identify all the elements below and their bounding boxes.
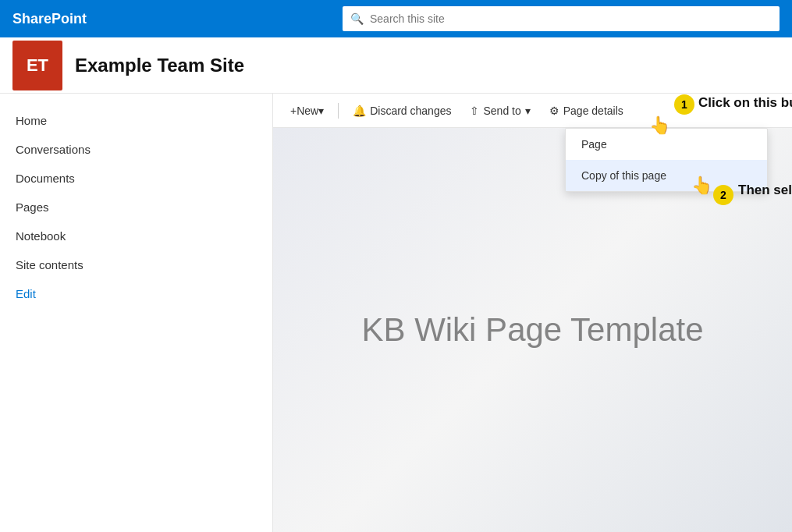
send-to-label: Send to xyxy=(483,105,520,117)
sidebar-item-home[interactable]: Home xyxy=(0,106,272,135)
toolbar-separator-1 xyxy=(338,103,339,119)
content-area: + New ▾ 🔔 Discard changes ⇧ Send to ▾ ⚙ … xyxy=(273,94,792,532)
annotation-text-2: Then select this option xyxy=(738,183,792,198)
site-logo: ET xyxy=(12,41,62,90)
search-icon: 🔍 xyxy=(350,12,364,25)
plus-icon: + xyxy=(290,105,297,117)
main-layout: Home Conversations Documents Pages Noteb… xyxy=(0,94,792,532)
site-title: Example Team Site xyxy=(75,55,244,76)
annotation-text-1: Click on this button first xyxy=(698,95,792,111)
new-dropdown: Page Copy of this page xyxy=(565,128,768,192)
send-to-chevron-icon: ▾ xyxy=(525,105,531,117)
discard-icon: 🔔 xyxy=(353,105,366,117)
discard-changes-label: Discard changes xyxy=(370,105,451,117)
new-chevron-icon: ▾ xyxy=(318,105,324,117)
sidebar-item-notebook[interactable]: Notebook xyxy=(0,222,272,250)
sharepoint-brand: SharePoint xyxy=(12,11,87,27)
discard-changes-button[interactable]: 🔔 Discard changes xyxy=(345,101,459,121)
share-icon: ⇧ xyxy=(470,105,479,117)
gear-icon: ⚙ xyxy=(549,105,559,117)
topbar: SharePoint 🔍 xyxy=(0,0,792,37)
new-label: New xyxy=(297,105,318,117)
sidebar-item-site-contents[interactable]: Site contents xyxy=(0,250,272,279)
page-title: KB Wiki Page Template xyxy=(361,311,703,349)
send-to-button[interactable]: ⇧ Send to ▾ xyxy=(462,101,538,121)
sidebar-item-documents[interactable]: Documents xyxy=(0,164,272,193)
sidebar-item-edit[interactable]: Edit xyxy=(0,279,272,308)
annotation-badge-2: 2 xyxy=(713,185,733,205)
annotation-badge-1: 1 xyxy=(674,94,694,115)
sidebar-item-conversations[interactable]: Conversations xyxy=(0,135,272,164)
sidebar-item-pages[interactable]: Pages xyxy=(0,193,272,222)
site-header: ET Example Team Site xyxy=(0,37,792,94)
sidebar: Home Conversations Documents Pages Noteb… xyxy=(0,94,273,532)
page-details-button[interactable]: ⚙ Page details xyxy=(542,101,631,121)
dropdown-item-page[interactable]: Page xyxy=(566,129,767,160)
new-button[interactable]: + New ▾ xyxy=(282,101,332,121)
search-bar[interactable]: 🔍 xyxy=(343,6,780,31)
page-details-label: Page details xyxy=(563,105,623,117)
dropdown-item-copy-of-this-page[interactable]: Copy of this page xyxy=(566,160,767,191)
search-input[interactable] xyxy=(370,12,772,25)
